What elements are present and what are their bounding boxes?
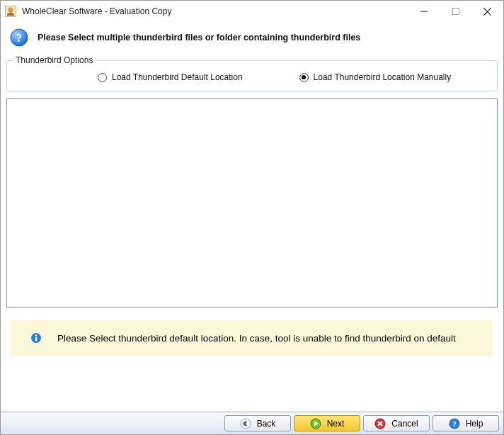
- footer-button-bar: Back Next Cancel ? Help: [1, 412, 503, 434]
- svg-text:?: ?: [16, 32, 22, 44]
- cancel-button[interactable]: Cancel: [363, 415, 430, 431]
- help-button[interactable]: ? Help: [433, 415, 499, 431]
- radio-default-label: Load Thunderbird Default Location: [112, 72, 243, 82]
- svg-point-9: [35, 334, 38, 337]
- maximize-button[interactable]: [440, 1, 471, 22]
- info-icon: [30, 332, 42, 344]
- titlebar: WholeClear Software - Evaluation Copy: [1, 1, 503, 22]
- radio-dot-icon: [98, 73, 107, 82]
- info-bar: Please Select thunderbird default locati…: [11, 320, 492, 356]
- window-title: WholeClear Software - Evaluation Copy: [22, 6, 171, 16]
- question-icon: ?: [9, 28, 29, 47]
- next-button[interactable]: Next: [294, 415, 360, 431]
- group-legend: Thunderbird Options: [13, 55, 96, 65]
- svg-point-11: [241, 419, 251, 429]
- file-list-panel[interactable]: [6, 98, 498, 307]
- help-button-label: Help: [466, 419, 483, 429]
- radio-load-default[interactable]: Load Thunderbird Default Location: [98, 72, 243, 82]
- radio-row: Load Thunderbird Default Location Load T…: [14, 72, 490, 82]
- minimize-button[interactable]: [408, 1, 440, 22]
- svg-text:?: ?: [452, 419, 457, 428]
- back-button[interactable]: Back: [224, 415, 291, 431]
- window-controls: [408, 1, 503, 22]
- thunderbird-options-group: Thunderbird Options Load Thunderbird Def…: [6, 60, 498, 91]
- cancel-icon: [374, 418, 386, 429]
- back-arrow-icon: [240, 418, 251, 429]
- radio-dot-icon: [299, 73, 309, 82]
- back-button-label: Back: [257, 419, 276, 429]
- svg-rect-3: [452, 9, 459, 15]
- header-text: Please Select multiple thunderbird files…: [38, 33, 360, 43]
- play-icon: [310, 418, 321, 429]
- svg-rect-10: [35, 337, 37, 341]
- help-icon: ?: [449, 418, 460, 429]
- close-button[interactable]: [471, 1, 503, 22]
- radio-manual-label: Load Thunderbird Location Manually: [314, 72, 452, 82]
- cancel-button-label: Cancel: [391, 419, 418, 429]
- next-button-label: Next: [327, 419, 345, 429]
- radio-load-manual[interactable]: Load Thunderbird Location Manually: [299, 72, 452, 82]
- svg-point-1: [8, 8, 13, 13]
- content-area: Thunderbird Options Load Thunderbird Def…: [1, 53, 503, 412]
- info-text: Please Select thunderbird default locati…: [57, 333, 456, 344]
- app-icon: [5, 6, 16, 17]
- header-row: ? Please Select multiple thunderbird fil…: [1, 22, 503, 53]
